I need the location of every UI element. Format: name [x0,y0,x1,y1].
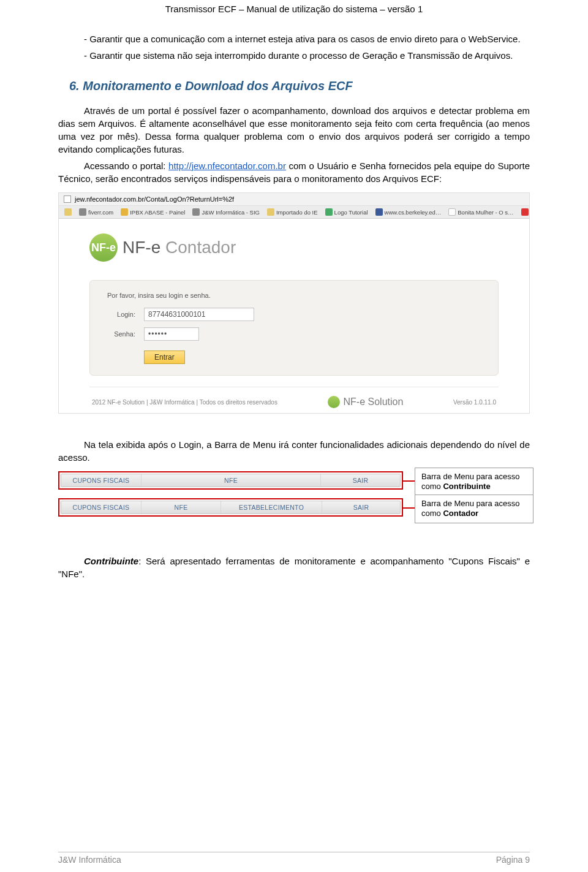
entrar-button[interactable]: Entrar [144,351,185,364]
para2-pre: Acessando o portal: [84,161,168,171]
callout-contador: Barra de Menu para acesso como Contador [415,495,533,523]
bookmark-icon [521,208,529,216]
footer-copyright: 2012 NF-e Solution | J&W Informática | T… [92,399,277,406]
bookmark-icon [192,208,200,216]
menubar-contribuinte: CUPONS FISCAIS NFE SAIR [61,474,401,487]
bookmark-icon [121,208,128,216]
menu-area: CUPONS FISCAIS NFE SAIR Barra de Menu pa… [58,471,530,525]
final-paragraph: Contribuinte: Será apresentado ferrament… [58,555,530,580]
menu-item-estab[interactable]: ESTABELECIMENTO [221,501,322,514]
bookmark-item[interactable]: J&W Informática - SIG [202,209,260,216]
bookmark-bar: fiverr.com IPBX ABASE - Painel J&W Infor… [59,206,529,219]
login-panel: Por favor, insira seu login e senha. Log… [89,280,499,376]
bullet-1: - Garantir que a comunicação com a inter… [58,32,530,45]
folder-icon [64,208,72,216]
bookmark-item[interactable]: IPBX ABASE - Painel [130,209,185,216]
menu-item-nfe[interactable]: NFE [141,474,320,487]
connector-line [402,480,415,482]
nfe-solution-logo: NF-e Solution [328,396,404,408]
folder-icon [267,208,274,216]
bookmark-icon [448,208,456,216]
redbox-contador: CUPONS FISCAIS NFE ESTABELECIMENTO SAIR [58,498,403,517]
bookmark-icon [79,208,86,216]
footer-version: Versão 1.0.11.0 [453,399,496,406]
menu-item-cupons[interactable]: CUPONS FISCAIS [61,474,141,487]
footer-left: J&W Informática [58,855,121,865]
menu-item-cupons[interactable]: CUPONS FISCAIS [61,501,141,514]
bullet-2: - Garantir que sistema não seja interrom… [58,49,530,62]
senha-input[interactable]: •••••• [144,327,199,341]
bookmark-item[interactable]: Bonita Mulher - O s… [458,209,513,216]
bookmark-item[interactable]: Importado do IE [276,209,318,216]
final-bold: Contribuinte [84,556,138,566]
url-text: jew.nfecontador.com.br/Conta/LogOn?Retur… [75,195,234,203]
bookmark-item[interactable]: www.cs.berkeley.ed… [385,209,442,216]
bookmark-item[interactable]: fiverr.com [88,209,113,216]
doc-header: Transmissor ECF – Manual de utilização d… [58,0,530,32]
bookmark-item[interactable]: Logo Tutorial [334,209,368,216]
menu-item-nfe[interactable]: NFE [141,501,221,514]
bookmark-icon [375,208,383,216]
nfe-dot-icon [328,396,340,408]
portal-link[interactable]: http://jew.nfecontador.com.br [168,161,286,171]
nfe-logo-badge: NF-e [89,233,118,262]
nfe-logo-text: NF-e Contador [123,238,236,257]
browser-address-bar: jew.nfecontador.com.br/Conta/LogOn?Retur… [59,193,529,206]
section-number: 6. [69,79,80,93]
redbox-contribuinte: CUPONS FISCAIS NFE SAIR [58,471,403,490]
connector-line [402,507,415,509]
login-screenshot: jew.nfecontador.com.br/Conta/LogOn?Retur… [58,192,530,414]
menu-item-sair[interactable]: SAIR [320,474,400,487]
senha-label: Senha: [107,330,135,338]
section-heading: 6. Monitoramento e Download dos Arquivos… [69,79,530,93]
login-label: Login: [107,311,135,318]
menubar-contador: CUPONS FISCAIS NFE ESTABELECIMENTO SAIR [61,501,401,514]
section-title: Monitoramento e Download dos Arquivos EC… [83,79,352,93]
paragraph-2: Acessando o portal: http://jew.nfecontad… [58,159,530,185]
login-input[interactable]: 87744631000101 [144,308,254,321]
page-footer: J&W Informática Página 9 [58,852,530,865]
nfe-contador-logo: NF-e NF-e Contador [89,233,499,262]
page-icon [64,195,71,203]
footer-right: Página 9 [496,855,530,865]
menu-item-sair[interactable]: SAIR [322,501,400,514]
post-login-text: Na tela exibida após o Login, a Barra de… [58,438,530,464]
bookmark-icon [325,208,333,216]
login-instruction: Por favor, insira seu login e senha. [107,292,481,299]
paragraph-1: Através de um portal é possível fazer o … [58,104,530,156]
callout-contribuinte: Barra de Menu para acesso como Contribui… [415,468,533,496]
